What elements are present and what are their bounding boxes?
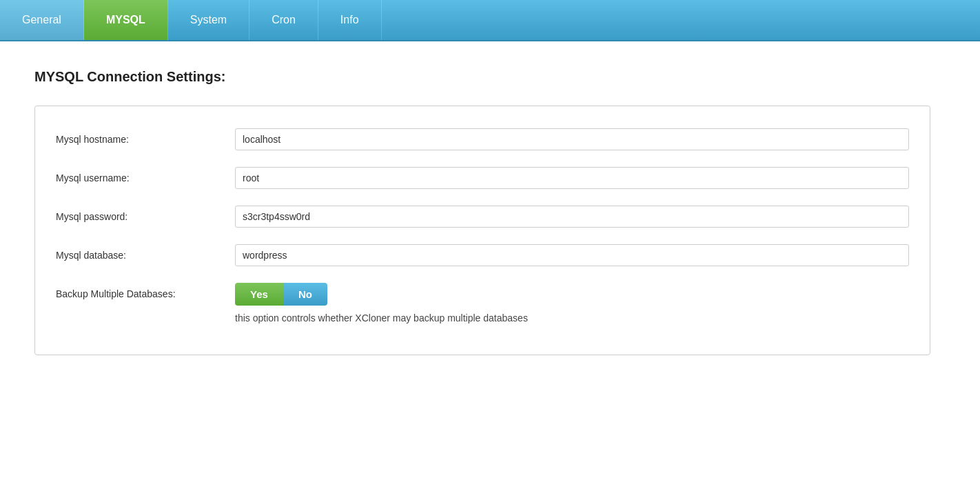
username-row: Mysql username: [56, 159, 909, 197]
password-field [235, 206, 909, 228]
password-input[interactable] [235, 206, 909, 228]
no-button[interactable]: No [283, 283, 327, 306]
tab-bar: General MYSQL System Cron Info [0, 0, 980, 41]
username-label: Mysql username: [56, 167, 235, 183]
tab-info[interactable]: Info [318, 0, 382, 40]
tab-cron[interactable]: Cron [249, 0, 318, 40]
section-title: MYSQL Connection Settings: [34, 69, 946, 85]
tab-general[interactable]: General [0, 0, 84, 40]
database-field [235, 244, 909, 266]
password-row: Mysql password: [56, 197, 909, 236]
tab-system[interactable]: System [168, 0, 249, 40]
password-label: Mysql password: [56, 206, 235, 222]
yes-no-group: Yes No [235, 283, 909, 306]
hostname-label: Mysql hostname: [56, 128, 235, 145]
backup-row: Backup Multiple Databases: Yes No this o… [56, 275, 909, 334]
help-text: this option controls whether XCloner may… [235, 311, 690, 326]
hostname-input[interactable] [235, 128, 909, 150]
username-input[interactable] [235, 167, 909, 189]
form-container: Mysql hostname: Mysql username: Mysql pa… [34, 106, 930, 355]
yes-button[interactable]: Yes [235, 283, 283, 306]
hostname-field [235, 128, 909, 150]
database-row: Mysql database: [56, 236, 909, 275]
backup-field: Yes No this option controls whether XClo… [235, 283, 909, 326]
main-content: MYSQL Connection Settings: Mysql hostnam… [0, 41, 980, 383]
backup-label: Backup Multiple Databases: [56, 283, 235, 299]
username-field [235, 167, 909, 189]
tab-mysql[interactable]: MYSQL [84, 0, 168, 40]
database-input[interactable] [235, 244, 909, 266]
database-label: Mysql database: [56, 244, 235, 261]
hostname-row: Mysql hostname: [56, 120, 909, 159]
